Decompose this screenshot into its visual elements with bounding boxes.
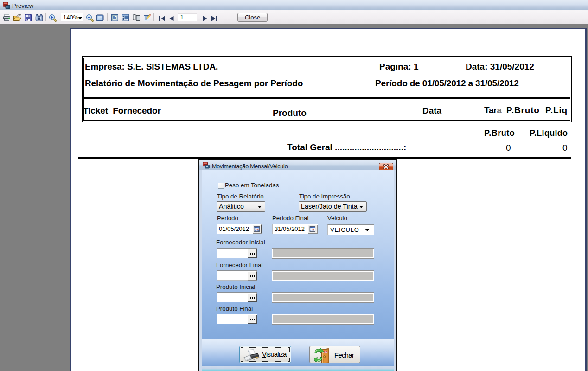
svg-text:EXIT: EXIT — [324, 351, 327, 353]
